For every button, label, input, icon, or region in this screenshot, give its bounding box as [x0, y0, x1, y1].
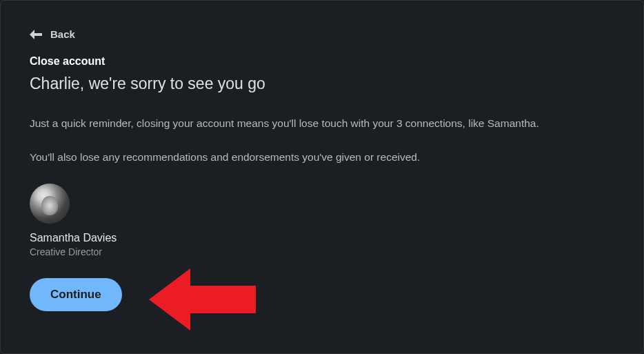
reminder-text: Just a quick reminder, closing your acco… — [30, 115, 614, 131]
back-label: Back — [50, 28, 75, 40]
arrow-left-icon — [30, 30, 42, 39]
connection-card: Samantha Davies Creative Director — [30, 184, 614, 257]
lose-text: You'll also lose any recommendations and… — [30, 149, 614, 165]
svg-marker-0 — [149, 268, 256, 331]
connection-name: Samantha Davies — [30, 232, 614, 244]
page-headline: Charlie, we're sorry to see you go — [30, 75, 614, 93]
back-button[interactable]: Back — [30, 28, 614, 40]
section-title: Close account — [30, 55, 614, 68]
connection-role: Creative Director — [30, 246, 614, 257]
continue-button[interactable]: Continue — [30, 278, 122, 311]
avatar — [30, 184, 70, 224]
annotation-arrow-icon — [149, 262, 259, 337]
